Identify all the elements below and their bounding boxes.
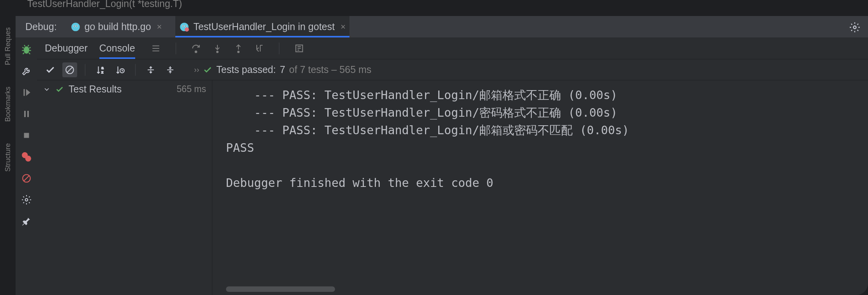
resume-icon[interactable]: [20, 86, 33, 99]
debug-body: Debugger Console: [16, 37, 868, 295]
sort-duration-icon[interactable]: [113, 62, 127, 77]
svg-point-12: [24, 46, 29, 54]
settings-icon[interactable]: [20, 194, 33, 206]
svg-rect-15: [27, 111, 29, 117]
tab-debugger[interactable]: Debugger: [45, 37, 88, 59]
svg-rect-14: [24, 111, 26, 117]
test-tree: Test Results 565 ms: [37, 80, 212, 295]
svg-point-18: [25, 156, 31, 162]
close-icon[interactable]: ×: [157, 22, 162, 32]
gear-icon[interactable]: [849, 22, 860, 33]
debug-sub-tabs: Debugger Console: [37, 37, 304, 59]
svg-point-20: [25, 199, 28, 201]
console-line: --- PASS: TestUserHandler_Login/邮箱或密码不匹配…: [226, 123, 629, 137]
debug-label: Debug:: [25, 21, 57, 32]
evaluate-icon[interactable]: [294, 43, 304, 53]
editor-breadcrumb: TestUserHandler_Login(t *testing.T): [27, 0, 182, 9]
tab-label: go build http.go: [85, 21, 151, 32]
debug-tab-go-build[interactable]: go build http.go ×: [67, 16, 166, 37]
horizontal-scrollbar[interactable]: [226, 286, 335, 292]
test-toolbar: az ›› Tests passed:: [37, 59, 868, 80]
console-output[interactable]: --- PASS: TestUserHandler_Login/邮箱格式不正确 …: [212, 80, 868, 295]
tests-passed-count: 7: [280, 64, 285, 75]
rail-item-bookmarks[interactable]: Bookmarks: [4, 87, 12, 122]
separator: [85, 64, 85, 76]
svg-point-23: [238, 51, 239, 53]
go-gopher-bug-icon: [179, 22, 189, 32]
bug-icon[interactable]: [20, 43, 33, 56]
console-line: PASS: [226, 141, 254, 155]
separator: [279, 43, 279, 54]
show-ignored-icon[interactable]: [62, 62, 77, 77]
console-line: --- PASS: TestUserHandler_Login/邮箱格式不正确 …: [226, 88, 617, 102]
svg-point-8: [183, 25, 183, 26]
rail-item-pull-requests[interactable]: Pull Reques: [4, 27, 12, 65]
expand-all-icon[interactable]: [143, 62, 158, 77]
pause-icon[interactable]: [20, 108, 33, 120]
collapse-all-icon[interactable]: [163, 62, 178, 77]
tree-row-root[interactable]: Test Results 565 ms: [37, 80, 212, 98]
svg-point-4: [76, 25, 77, 26]
svg-point-3: [74, 25, 74, 26]
chevron-down-icon: [43, 85, 51, 93]
pin-icon[interactable]: [20, 215, 33, 227]
debug-tab-test-login[interactable]: TestUserHandler_Login in gotest ×: [175, 16, 349, 37]
rail-item-structure[interactable]: Structure: [4, 143, 12, 172]
svg-point-21: [195, 51, 196, 52]
run-to-cursor-icon[interactable]: [255, 44, 264, 53]
go-gopher-icon: [71, 22, 81, 32]
console-line: --- PASS: TestUserHandler_Login/密码格式不正确 …: [226, 106, 617, 119]
breakpoint-icon[interactable]: [20, 151, 33, 163]
debug-side-toolbar: [16, 37, 37, 295]
step-out-icon[interactable]: [234, 44, 243, 53]
show-passed-icon[interactable]: [43, 62, 58, 77]
console-line: Debugger finished with the exit code 0: [226, 176, 493, 190]
separator: [176, 43, 176, 54]
results-area: Test Results 565 ms --- PASS: TestUserHa…: [37, 80, 868, 295]
svg-text:z: z: [101, 69, 103, 74]
debug-panel: Debug: go build http.go × TestUserHandle…: [16, 16, 868, 295]
svg-point-11: [854, 26, 856, 29]
svg-rect-13: [23, 89, 25, 96]
tab-console[interactable]: Console: [99, 37, 135, 59]
close-icon[interactable]: ×: [340, 22, 346, 32]
svg-point-10: [185, 27, 189, 32]
svg-point-22: [217, 51, 218, 53]
sort-alpha-icon[interactable]: az: [93, 62, 108, 77]
tests-passed-label: Tests passed:: [216, 64, 276, 75]
test-summary: ›› Tests passed: 7 of 7 tests – 565 ms: [194, 64, 371, 75]
chevron-right-icon: ››: [194, 65, 199, 74]
svg-point-0: [71, 23, 80, 31]
tool-window-rail: Pull Reques Bookmarks Structure: [0, 0, 16, 295]
check-icon: [203, 65, 212, 75]
svg-text:a: a: [101, 65, 104, 69]
tab-label: TestUserHandler_Login in gotest: [193, 21, 335, 32]
debug-tab-bar: Debug: go build http.go × TestUserHandle…: [16, 16, 868, 37]
step-over-icon[interactable]: [191, 43, 201, 53]
stop-icon[interactable]: [20, 129, 33, 142]
svg-point-9: [185, 25, 186, 26]
tree-root-label: Test Results: [69, 84, 122, 95]
separator: [135, 64, 136, 76]
svg-rect-16: [24, 133, 29, 138]
check-icon: [55, 85, 64, 94]
debug-main-content: Debugger Console: [37, 37, 868, 295]
mute-breakpoints-icon[interactable]: [20, 172, 33, 185]
layout-icon[interactable]: [151, 43, 161, 53]
tree-root-time: 565 ms: [177, 84, 206, 94]
tests-total-text: of 7 tests – 565 ms: [289, 64, 371, 75]
wrench-icon[interactable]: [20, 65, 33, 77]
step-into-icon[interactable]: [213, 44, 222, 53]
